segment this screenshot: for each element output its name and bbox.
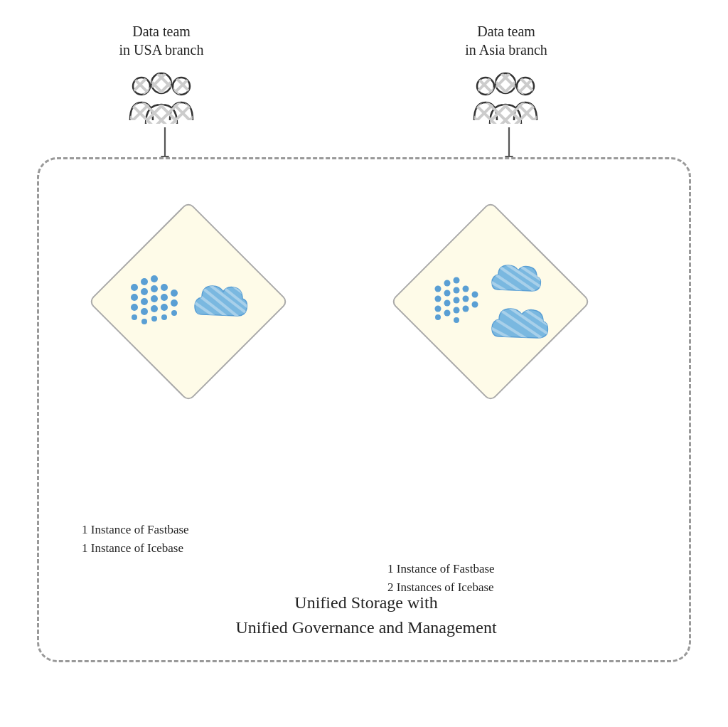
svg-point-94 — [462, 286, 469, 292]
svg-point-69 — [161, 314, 167, 320]
svg-point-91 — [453, 297, 459, 304]
svg-point-90 — [453, 287, 459, 294]
usa-team-label: Data team in USA branch — [90, 22, 232, 59]
outer-container: 1 Instance of Fastbase 1 Instance of Ice… — [37, 157, 691, 662]
svg-point-98 — [471, 302, 478, 308]
svg-point-56 — [141, 278, 148, 285]
icebase-cloud-usa — [191, 279, 248, 325]
svg-point-54 — [131, 304, 138, 311]
usa-instance-label: 1 Instance of Fastbase 1 Instance of Ice… — [82, 521, 189, 557]
icebase-cloud2-asia — [489, 302, 550, 344]
usa-team-icon — [126, 70, 197, 127]
svg-point-53 — [131, 294, 138, 301]
svg-point-82 — [434, 296, 441, 302]
svg-point-97 — [471, 292, 478, 298]
svg-point-81 — [434, 286, 441, 292]
svg-point-89 — [453, 277, 459, 284]
svg-point-60 — [141, 319, 147, 324]
svg-point-93 — [454, 317, 459, 323]
usa-diamond-wrapper — [85, 198, 291, 405]
svg-point-68 — [161, 304, 168, 311]
svg-point-66 — [161, 284, 168, 291]
svg-point-92 — [453, 307, 459, 314]
svg-point-87 — [444, 300, 450, 307]
svg-point-55 — [132, 314, 137, 320]
svg-point-96 — [462, 306, 469, 312]
svg-point-57 — [141, 288, 148, 295]
asia-team-label: Data team in Asia branch — [435, 22, 577, 59]
svg-point-64 — [151, 305, 158, 312]
svg-point-58 — [141, 298, 148, 305]
icebase-cloud1-asia — [489, 260, 542, 297]
asia-diamond-content — [419, 216, 562, 387]
svg-point-63 — [151, 295, 158, 302]
svg-point-83 — [434, 306, 441, 312]
usa-diamond-content — [117, 230, 259, 373]
svg-point-61 — [151, 275, 158, 282]
svg-point-84 — [435, 314, 441, 320]
svg-point-85 — [444, 280, 450, 287]
svg-point-88 — [444, 310, 450, 317]
svg-point-70 — [171, 290, 178, 297]
svg-point-71 — [171, 299, 178, 307]
fastbase-icon-asia — [432, 273, 481, 330]
svg-point-86 — [444, 290, 450, 297]
diagram-canvas: Data team in USA branch Data team in Asi… — [23, 22, 705, 705]
svg-point-52 — [131, 284, 138, 291]
fastbase-icon-usa — [129, 273, 180, 330]
svg-point-62 — [151, 285, 158, 292]
asia-diamond-wrapper — [387, 198, 594, 405]
unified-label: Unified Storage with Unified Governance … — [39, 590, 693, 640]
svg-point-65 — [151, 316, 157, 322]
asia-clouds — [489, 260, 550, 344]
svg-point-67 — [161, 294, 168, 301]
asia-team-icon — [470, 70, 541, 127]
svg-point-95 — [462, 296, 469, 302]
svg-point-72 — [171, 310, 177, 316]
svg-point-59 — [141, 308, 148, 315]
